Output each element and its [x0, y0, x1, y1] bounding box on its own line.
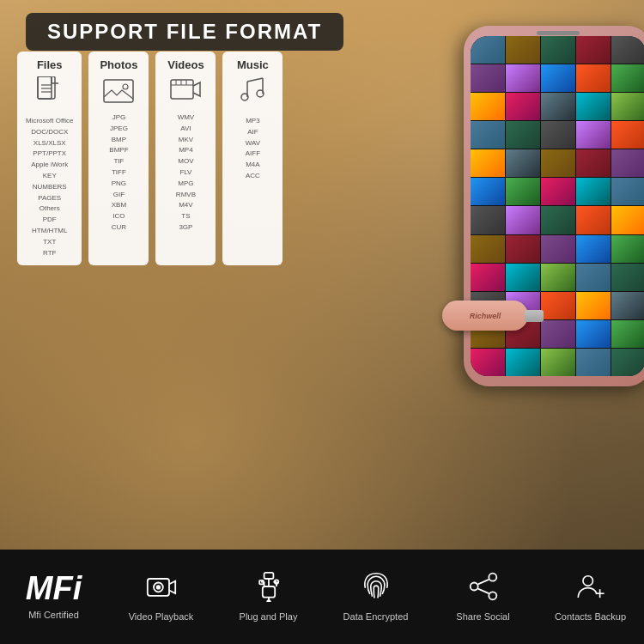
videos-card: Videos WMVAVIMKVMP4MOVFLVMPGRMVBM4VTS3GP [155, 52, 216, 265]
usb-icon [253, 571, 284, 606]
bottom-item-contacts: Contacts Backup [548, 571, 634, 623]
photo-cell [541, 235, 575, 263]
top-banner: SUPPORT FILE FORMAT [26, 13, 343, 51]
photo-cell [471, 149, 505, 177]
photos-title: Photos [97, 58, 140, 71]
photo-cell [506, 149, 540, 177]
photo-cell [611, 36, 644, 64]
svg-point-6 [123, 84, 128, 89]
photo-cell [506, 235, 540, 263]
svg-rect-5 [104, 80, 133, 102]
photo-cell [576, 149, 611, 177]
photo-cell [611, 64, 644, 92]
camera-icon [146, 571, 177, 606]
photo-cell [541, 206, 575, 234]
contacts-label: Contacts Backup [555, 611, 626, 623]
photo-cell [506, 121, 540, 149]
photo-cell [576, 178, 611, 205]
main-container: SUPPORT FILE FORMAT Files Microsoft Offi… [0, 0, 644, 644]
photo-cell [471, 93, 505, 120]
photo-cell [541, 93, 575, 120]
svg-line-12 [247, 78, 263, 82]
photo-cell [576, 235, 611, 263]
photo-cell [471, 235, 505, 263]
photo-cell [541, 178, 575, 205]
files-title: Files [26, 58, 73, 71]
music-title: Music [231, 58, 274, 71]
photo-cell [506, 93, 540, 120]
photo-cell [611, 235, 644, 263]
files-items: Microsoft OfficeDOC/DOCXXLS/XLSXPPT/PPTX… [26, 116, 73, 258]
mfi-icon: MFi [26, 572, 82, 605]
person-plus-icon [575, 571, 606, 606]
photo-cell [471, 206, 505, 234]
bottom-item-plug: Plug and Play [226, 571, 312, 623]
files-icon [26, 76, 73, 112]
bottom-bar: MFi Mfi Certified Video Playback [0, 550, 644, 644]
svg-rect-20 [264, 573, 273, 579]
photo-cell [506, 36, 540, 64]
bottom-item-data: Data Encrypted [333, 571, 419, 623]
photo-cell [576, 121, 611, 149]
photo-cell [541, 264, 575, 291]
share-label: Share Social [456, 611, 509, 623]
usb-connector [525, 310, 544, 322]
bottom-item-video: Video Playback [118, 571, 204, 623]
photo-cell [611, 292, 644, 319]
svg-point-19 [155, 585, 160, 589]
mfi-label: Mfi Certified [28, 610, 79, 621]
format-cards-container: Files Microsoft OfficeDOC/DOCXXLS/XLSXPP… [17, 52, 283, 265]
photos-card: Photos JPGJPEGBMPBMPFTIFTIFFPNGGIFXBMICO… [88, 52, 149, 265]
photo-cell [506, 178, 540, 205]
videos-title: Videos [164, 58, 207, 71]
usb-drive: Richwell [442, 301, 580, 331]
photo-cell [541, 36, 575, 64]
photo-cell [471, 178, 505, 205]
svg-point-36 [583, 576, 592, 586]
photo-cell [471, 36, 505, 64]
photo-cell [611, 349, 644, 376]
photos-icon [97, 76, 140, 108]
photo-cell [611, 149, 644, 177]
photo-cell [611, 178, 644, 205]
bottom-item-mfi: MFi Mfi Certified [11, 572, 97, 621]
usb-body: Richwell [442, 301, 528, 331]
photo-cell [541, 349, 575, 376]
photo-cell [541, 121, 575, 149]
photo-cell [576, 206, 611, 234]
svg-point-31 [489, 574, 496, 581]
svg-rect-1 [38, 76, 52, 99]
usb-brand-text: Richwell [442, 312, 528, 320]
phone-speaker [537, 31, 580, 35]
svg-line-35 [477, 589, 489, 593]
files-card: Files Microsoft OfficeDOC/DOCXXLS/XLSXPP… [17, 52, 82, 265]
photo-cell [611, 320, 644, 348]
svg-point-32 [470, 582, 477, 590]
photo-cell [576, 349, 611, 376]
phone-outer [464, 26, 644, 386]
phone-mockup: Richwell [464, 26, 644, 412]
banner-title: SUPPORT FILE FORMAT [47, 20, 322, 44]
photo-cell [471, 264, 505, 291]
share-icon [468, 571, 499, 606]
svg-rect-7 [171, 80, 193, 99]
photo-cell [611, 121, 644, 149]
bottom-item-share: Share Social [440, 571, 526, 623]
videos-icon [164, 76, 207, 108]
photo-cell [576, 264, 611, 291]
svg-point-24 [267, 600, 270, 602]
photo-cell [541, 149, 575, 177]
photo-cell [541, 64, 575, 92]
svg-point-33 [489, 592, 496, 599]
photo-cell [506, 206, 540, 234]
photo-cell [611, 93, 644, 120]
music-card: Music MP3AIFWAVAIFFM4AACC [222, 52, 283, 265]
photo-cell [506, 64, 540, 92]
svg-rect-22 [262, 586, 274, 598]
photo-cell [576, 36, 611, 64]
photo-cell [506, 264, 540, 291]
video-label: Video Playback [129, 611, 194, 623]
photo-cell [611, 264, 644, 291]
music-icon [231, 76, 274, 112]
photo-cell [471, 121, 505, 149]
